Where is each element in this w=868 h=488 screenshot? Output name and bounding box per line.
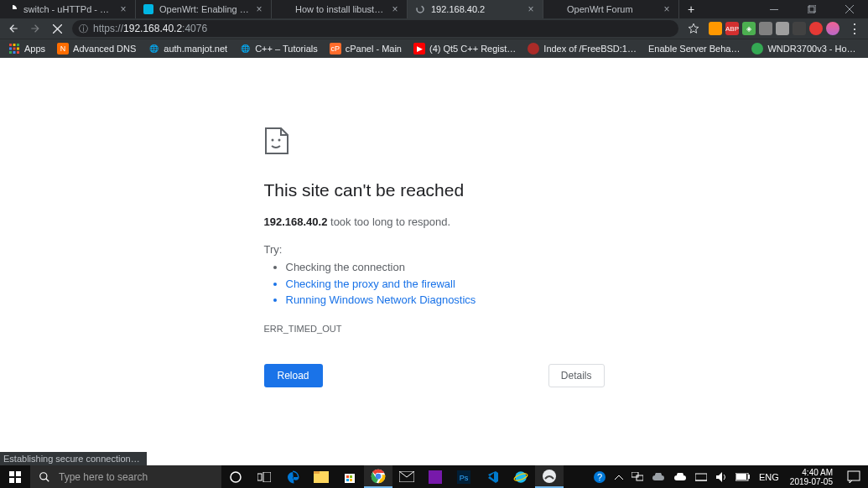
bookmark-label: (4) Qt5 C++ Regist…: [429, 44, 516, 54]
taskbar-search[interactable]: Type here to search: [30, 465, 221, 488]
close-icon[interactable]: ×: [526, 4, 536, 14]
new-tab-button[interactable]: +: [679, 0, 703, 18]
ext-icon-4[interactable]: [759, 22, 772, 35]
bookmark-signin[interactable]: Sign In: [863, 40, 868, 57]
bookmark-label: Index of /FreeBSD:1…: [543, 44, 637, 54]
tray-lang[interactable]: ENG: [755, 465, 783, 488]
cortana-icon[interactable]: [221, 465, 250, 488]
tab-0[interactable]: switch - uHTTPd - LuCI ×: [0, 0, 136, 18]
svg-rect-12: [13, 51, 16, 54]
openwrt-icon: [143, 3, 154, 15]
bookmark-star-button[interactable]: [683, 18, 704, 39]
ext-icon-7[interactable]: [809, 22, 823, 35]
address-bar[interactable]: ⓘ https://192.168.40.2:4076: [72, 20, 678, 37]
menu-button[interactable]: ⋮: [845, 21, 865, 37]
suggestion-diagnostics-link[interactable]: Running Windows Network Diagnostics: [286, 292, 605, 309]
reload-button[interactable]: Reload: [264, 364, 323, 387]
svg-rect-13: [17, 51, 19, 54]
ext-icon-6[interactable]: [793, 22, 806, 35]
tray-volume-icon[interactable]: [711, 465, 731, 488]
back-button[interactable]: [3, 18, 23, 39]
tray-clock[interactable]: 4:40 AM 2019-07-05: [783, 468, 839, 486]
svg-rect-3: [808, 7, 814, 13]
clock-date: 2019-07-05: [790, 477, 833, 486]
close-icon[interactable]: ×: [118, 4, 128, 14]
svg-rect-48: [848, 471, 860, 480]
page-icon: [278, 3, 290, 15]
ext-icon-1[interactable]: [709, 22, 722, 35]
stop-button[interactable]: [47, 18, 67, 39]
tab-1[interactable]: OpenWrt: Enabling HTTPS for the ×: [136, 0, 272, 18]
tab-title: OpenWrt: Enabling HTTPS for the: [159, 4, 249, 14]
svg-rect-43: [637, 475, 643, 480]
close-icon[interactable]: ×: [662, 4, 672, 14]
tab-2[interactable]: How to install libustream-ssl and ×: [272, 0, 408, 18]
bookmark-dns[interactable]: NAdvanced DNS: [52, 40, 141, 57]
bookmark-qt5[interactable]: ▶(4) Qt5 C++ Regist…: [408, 40, 521, 57]
suggestions-list: Checking the connection Checking the pro…: [264, 259, 605, 309]
svg-rect-29: [346, 479, 349, 481]
sad-page-icon: [264, 127, 605, 155]
tray-network-icon[interactable]: [691, 465, 711, 488]
tab-3[interactable]: 192.168.40.2 ×: [408, 0, 543, 18]
bookmark-label: Advanced DNS: [73, 44, 136, 54]
svg-rect-28: [350, 475, 352, 478]
svg-rect-44: [695, 474, 707, 480]
chrome-icon[interactable]: [364, 465, 392, 488]
suggestion-item: Checking the connection: [286, 259, 605, 276]
bookmark-label: C++ – Tutorials: [255, 44, 318, 54]
bookmark-wndr[interactable]: WNDR3700v3 - Ho…: [746, 40, 860, 57]
minimize-button[interactable]: [755, 0, 793, 18]
bookmark-apps[interactable]: Apps: [3, 40, 50, 57]
titlebar: switch - uHTTPd - LuCI × OpenWrt: Enabli…: [0, 0, 868, 18]
n-icon: N: [57, 43, 69, 55]
tray-battery-icon[interactable]: [731, 465, 755, 488]
profile-avatar[interactable]: [826, 22, 839, 35]
photoshop-icon[interactable]: Ps: [450, 465, 478, 488]
svg-rect-30: [350, 479, 352, 481]
ext-icon-5[interactable]: [776, 22, 789, 35]
bookmark-cpanel[interactable]: cPcPanel - Main: [325, 40, 407, 57]
tab-4[interactable]: OpenWrt Forum ×: [543, 0, 679, 18]
explorer-icon[interactable]: [307, 465, 335, 488]
svg-rect-17: [16, 471, 21, 476]
svg-point-15: [278, 139, 280, 142]
tray-monitor-icon[interactable]: [627, 465, 647, 488]
help-icon[interactable]: ?: [589, 465, 611, 488]
close-icon[interactable]: ×: [390, 4, 400, 14]
taskview-icon[interactable]: [250, 465, 278, 488]
error-title: This site can't be reached: [264, 180, 605, 200]
app-icon[interactable]: [535, 465, 564, 488]
start-button[interactable]: [0, 465, 30, 488]
svg-rect-7: [17, 44, 19, 46]
bookmark-cpp[interactable]: 🌐C++ – Tutorials: [234, 40, 323, 57]
tab-title: How to install libustream-ssl and: [295, 4, 385, 14]
svg-rect-19: [16, 478, 21, 483]
bookmark-server[interactable]: Enable Server Beha…: [643, 40, 745, 57]
freebsd-icon: [528, 43, 539, 55]
mail-icon[interactable]: [392, 465, 421, 488]
vscode-icon[interactable]: [478, 465, 507, 488]
bookmark-auth[interactable]: 🌐auth.manjot.net: [143, 40, 232, 57]
tray-onedrive2-icon[interactable]: [669, 465, 691, 488]
suggestion-proxy-link[interactable]: Checking the proxy and the firewall: [286, 276, 605, 293]
svg-rect-47: [736, 474, 746, 480]
bookmark-freebsd[interactable]: Index of /FreeBSD:1…: [522, 40, 642, 57]
maximize-button[interactable]: [793, 0, 830, 18]
forward-button[interactable]: [25, 18, 45, 39]
details-button[interactable]: Details: [548, 364, 605, 387]
close-icon[interactable]: ×: [254, 4, 264, 14]
store-icon[interactable]: [335, 465, 364, 488]
ie-icon[interactable]: [507, 465, 535, 488]
info-icon[interactable]: ⓘ: [79, 23, 88, 35]
edge-icon[interactable]: [278, 465, 307, 488]
ext-shield-icon[interactable]: ◈: [742, 22, 756, 35]
ext-abp-icon[interactable]: ABP: [725, 22, 739, 35]
notifications-icon[interactable]: [839, 465, 868, 488]
tray-chevron-icon[interactable]: [611, 465, 627, 488]
close-window-button[interactable]: [830, 0, 868, 18]
onenote-icon[interactable]: [421, 465, 450, 488]
search-placeholder: Type here to search: [59, 471, 148, 483]
tray-onedrive-icon[interactable]: [647, 465, 669, 488]
svg-point-14: [271, 139, 273, 142]
